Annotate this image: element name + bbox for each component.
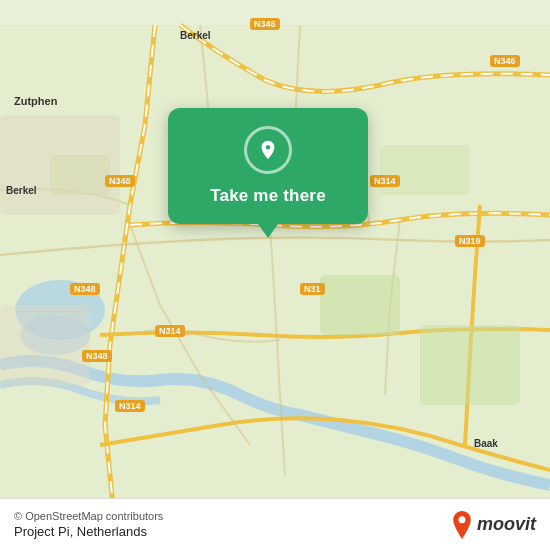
location-pin-icon (257, 139, 279, 161)
popup-card: Take me there (168, 108, 368, 224)
city-label-zutphen: Zutphen (14, 95, 57, 107)
svg-rect-8 (0, 115, 120, 215)
road-label-n346-top: N346 (250, 18, 280, 30)
road-label-n319: N319 (455, 235, 485, 247)
moovit-pin-icon (451, 511, 473, 539)
location-icon-wrapper (244, 126, 292, 174)
location-label: Project Pi, Netherlands (14, 524, 163, 539)
svg-point-10 (458, 516, 465, 523)
road-label-n314-botright: N314 (115, 400, 145, 412)
moovit-logo: moovit (451, 511, 536, 539)
city-label-baak: Baak (474, 438, 498, 449)
city-label-berkel-left: Berkel (6, 185, 37, 196)
svg-rect-1 (0, 25, 550, 525)
city-label-berkel-top: Berkel (180, 30, 211, 41)
road-label-n348-mid: N348 (105, 175, 135, 187)
take-me-there-button[interactable]: Take me there (210, 184, 326, 208)
bottom-bar: © OpenStreetMap contributors Project Pi,… (0, 498, 550, 550)
map-container: N346 N346 N348 N348 N348 N314 N314 N314 … (0, 0, 550, 550)
svg-rect-7 (380, 145, 470, 195)
svg-rect-5 (420, 325, 520, 405)
road-label-n314-bot: N314 (155, 325, 185, 337)
svg-rect-9 (0, 305, 90, 385)
road-label-n314-mid: N314 (370, 175, 400, 187)
map-background (0, 0, 550, 550)
road-label-n348-low: N348 (70, 283, 100, 295)
moovit-text: moovit (477, 514, 536, 535)
road-label-n346-right: N346 (490, 55, 520, 67)
road-label-n348-bot: N348 (82, 350, 112, 362)
svg-rect-4 (320, 275, 400, 335)
road-label-n31x: N31 (300, 283, 325, 295)
copyright-text: © OpenStreetMap contributors (14, 510, 163, 522)
